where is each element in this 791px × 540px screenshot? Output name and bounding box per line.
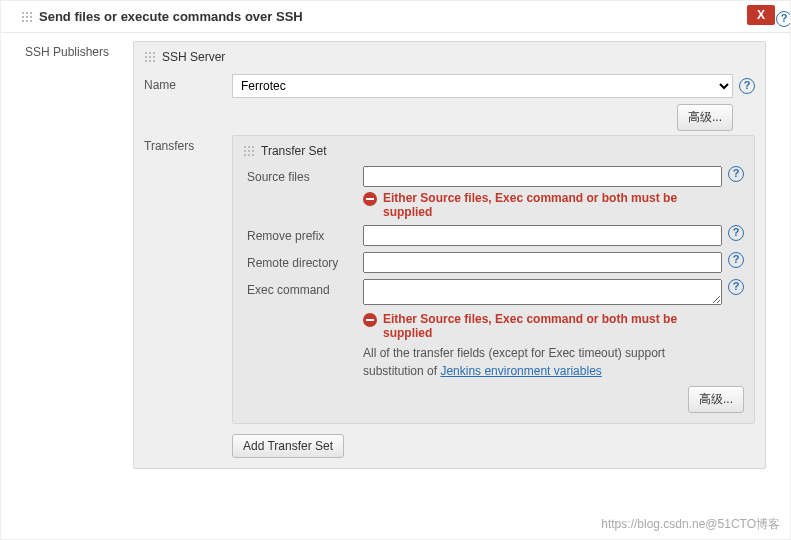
error-message: Either Source files, Exec command or bot… [363,312,722,340]
advanced-button[interactable]: 高级... [677,104,733,131]
help-icon[interactable]: ? [776,11,791,27]
drag-handle-icon[interactable] [243,145,255,157]
remote-directory-label: Remote directory [243,252,363,270]
source-files-input[interactable] [363,166,722,187]
name-label: Name [144,70,232,131]
ssh-server-name-select[interactable]: Ferrotec [232,74,733,98]
section-title-text: Send files or execute commands over SSH [39,9,303,24]
add-transfer-set-button[interactable]: Add Transfer Set [232,434,344,458]
ssh-publish-section: X ? Send files or execute commands over … [0,0,791,540]
ssh-publishers-label: SSH Publishers [13,41,133,469]
help-icon[interactable]: ? [728,225,744,241]
remote-directory-input[interactable] [363,252,722,273]
exec-command-label: Exec command [243,279,363,297]
source-files-label: Source files [243,166,363,184]
remove-prefix-label: Remove prefix [243,225,363,243]
help-icon[interactable]: ? [728,166,744,182]
exec-command-input[interactable] [363,279,722,305]
watermark-text: https://blog.csdn.ne@51CTO博客 [601,516,780,533]
section-header: Send files or execute commands over SSH [1,1,790,33]
ssh-server-panel-label: SSH Server [162,50,225,64]
close-button[interactable]: X [747,5,775,25]
help-icon[interactable]: ? [728,252,744,268]
transfer-set-panel-label: Transfer Set [261,144,327,158]
error-icon [363,192,377,206]
transfers-label: Transfers [144,131,232,458]
drag-handle-icon[interactable] [21,11,33,23]
help-icon[interactable]: ? [739,78,755,94]
transfer-set-panel: Transfer Set Source files Either Source … [232,135,755,424]
jenkins-env-vars-link[interactable]: Jenkins environment variables [440,364,601,378]
advanced-button[interactable]: 高级... [688,386,744,413]
error-message: Either Source files, Exec command or bot… [363,191,722,219]
ssh-server-panel: SSH Server Name Ferrotec ? 高级... [133,41,766,469]
remove-prefix-input[interactable] [363,225,722,246]
error-icon [363,313,377,327]
drag-handle-icon[interactable] [144,51,156,63]
help-icon[interactable]: ? [728,279,744,295]
substitution-note: All of the transfer fields (except for E… [363,344,722,380]
